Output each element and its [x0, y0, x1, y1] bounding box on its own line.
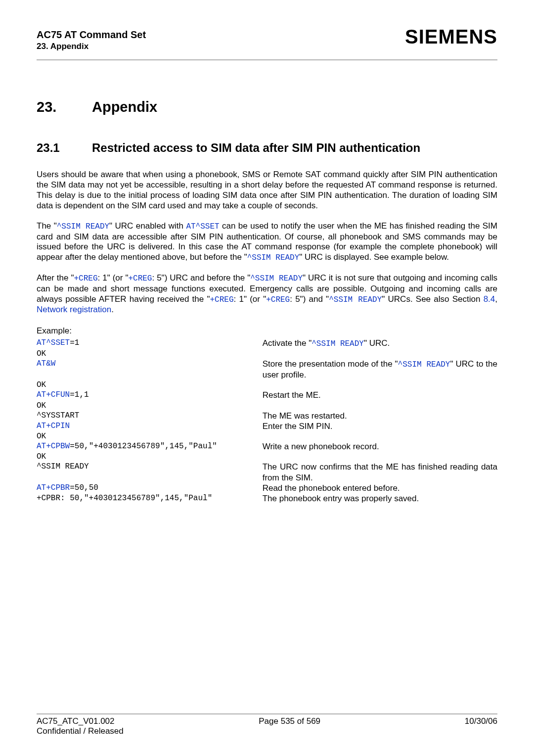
command-text: OK: [37, 452, 46, 461]
doc-title: AC75 AT Command Set: [37, 29, 146, 41]
text: The phonebook entry was properly saved.: [263, 494, 419, 503]
footer-left: AC75_ATC_V01.002: [37, 716, 115, 726]
text: The ME was restarted.: [263, 411, 347, 421]
example-row: AT+CPBR=50,50Read the phonebook entered …: [37, 483, 497, 493]
example-description: The phonebook entry was properly saved.: [263, 493, 497, 504]
at-sset-link[interactable]: AT^SSET: [186, 222, 219, 231]
example-row: OK: [37, 452, 497, 462]
example-command: OK: [37, 431, 263, 441]
ssim-ready-link[interactable]: ^SSIM READY: [398, 360, 450, 369]
command-text: +CPBR: 50,"+4030123456789",145,"Paul": [37, 494, 212, 503]
command-text: =50,"+4030123456789",145,"Paul": [70, 442, 217, 451]
text: : 1" (or ": [234, 294, 267, 304]
example-row: AT+CPINEnter the SIM PIN.: [37, 421, 497, 431]
at-command-link[interactable]: AT^SSET: [37, 338, 70, 347]
text: : 1" (or ": [98, 273, 129, 283]
example-description: Read the phonebook entered before.: [263, 483, 497, 493]
paragraph-3: After the "+CREG: 1" (or "+CREG: 5") URC…: [37, 273, 497, 315]
example-row: AT+CFUN=1,1Restart the ME.: [37, 390, 497, 400]
chapter-heading: 23. Appendix: [37, 99, 497, 115]
example-command: ^SYSSTART: [37, 411, 263, 421]
section-8-4-link[interactable]: 8.4: [484, 294, 495, 304]
creg-link[interactable]: +CREG: [266, 295, 290, 304]
command-text: OK: [37, 349, 46, 358]
at-command-link[interactable]: AT+CPIN: [37, 422, 70, 430]
example-description: [263, 401, 497, 411]
command-text: OK: [37, 432, 46, 441]
section-heading: 23.1 Restricted access to SIM data after…: [37, 141, 497, 155]
siemens-logo: SIEMENS: [405, 26, 497, 48]
doc-subtitle: 23. Appendix: [37, 41, 146, 51]
at-command-link[interactable]: AT+CFUN: [37, 390, 70, 399]
at-command-link[interactable]: AT+CPBW: [37, 442, 70, 451]
footer-divider: [37, 713, 497, 714]
page-footer: AC75_ATC_V01.002 Page 535 of 569 10/30/0…: [37, 713, 497, 736]
example-description: Write a new phonebook record.: [263, 441, 497, 452]
example-description: The ME was restarted.: [263, 411, 497, 421]
example-command: AT&W: [37, 359, 263, 380]
command-text: =1,1: [70, 390, 89, 399]
command-text: ^SYSSTART: [37, 411, 79, 420]
example-row: AT+CPBW=50,"+4030123456789",145,"Paul"Wr…: [37, 441, 497, 452]
example-label: Example:: [37, 326, 497, 336]
network-registration-link[interactable]: Network registration: [37, 305, 111, 314]
text: ,: [495, 294, 497, 304]
creg-link[interactable]: +CREG: [128, 274, 152, 283]
command-text: =50,50: [70, 483, 98, 492]
header-divider: [37, 59, 497, 60]
ssim-ready-link[interactable]: ^SSIM READY: [247, 253, 300, 262]
text: After the ": [37, 273, 74, 283]
example-row: OK: [37, 431, 497, 441]
text: Store the presentation mode of the ": [263, 359, 398, 369]
example-row: +CPBR: 50,"+4030123456789",145,"Paul"The…: [37, 493, 497, 504]
example-description: Restart the ME.: [263, 390, 497, 400]
example-command: +CPBR: 50,"+4030123456789",145,"Paul": [37, 493, 263, 504]
example-command: AT^SSET=1: [37, 338, 263, 349]
example-command: ^SSIM READY: [37, 462, 263, 483]
chapter-number: 23.: [37, 99, 92, 115]
ssim-ready-link[interactable]: ^SSIM READY: [250, 274, 303, 283]
example-description: [263, 349, 497, 359]
footer-center: Page 535 of 569: [259, 716, 320, 726]
creg-link[interactable]: +CREG: [74, 274, 98, 283]
text: : 5") URC and before the ": [152, 273, 250, 283]
example-command: OK: [37, 349, 263, 359]
example-row: OK: [37, 401, 497, 411]
paragraph-2: The "^SSIM READY" URC enabled with AT^SS…: [37, 221, 497, 263]
text: " URC is displayed. See example below.: [299, 252, 449, 262]
text: Write a new phonebook record.: [263, 442, 379, 451]
command-text: OK: [37, 380, 46, 389]
text: .: [111, 305, 114, 314]
example-row: AT^SSET=1Activate the "^SSIM READY" URC.: [37, 338, 497, 349]
footer-confidential: Confidential / Released: [37, 726, 497, 736]
example-command: AT+CPIN: [37, 421, 263, 431]
example-description: [263, 431, 497, 441]
page-header: AC75 AT Command Set 23. Appendix SIEMENS: [37, 29, 497, 51]
example-command: AT+CPBW=50,"+4030123456789",145,"Paul": [37, 441, 263, 452]
ssim-ready-link[interactable]: ^SSIM READY: [57, 222, 109, 231]
example-row: OK: [37, 349, 497, 359]
creg-link[interactable]: +CREG: [210, 295, 233, 304]
at-command-link[interactable]: AT+CPBR: [37, 483, 70, 492]
example-description: [263, 380, 497, 390]
text: " URCs. See also Section: [382, 294, 483, 304]
example-command: AT+CPBR=50,50: [37, 483, 263, 493]
text: The URC now confirms that the ME has fin…: [263, 462, 497, 482]
example-command: AT+CFUN=1,1: [37, 390, 263, 400]
text: Read the phonebook entered before.: [263, 483, 400, 493]
section-number: 23.1: [37, 141, 92, 155]
ssim-ready-link[interactable]: ^SSIM READY: [312, 339, 364, 348]
header-left: AC75 AT Command Set 23. Appendix: [37, 29, 146, 51]
example-description: [263, 452, 497, 462]
ssim-ready-link[interactable]: ^SSIM READY: [329, 295, 382, 304]
example-row: ^SSIM READYThe URC now confirms that the…: [37, 462, 497, 483]
footer-right: 10/30/06: [465, 716, 497, 726]
text: Activate the ": [263, 338, 312, 348]
at-command-link[interactable]: AT&W: [37, 359, 55, 368]
example-row: AT&WStore the presentation mode of the "…: [37, 359, 497, 380]
example-description: Activate the "^SSIM READY" URC.: [263, 338, 497, 349]
text: Restart the ME.: [263, 390, 321, 400]
example-row: ^SYSSTARTThe ME was restarted.: [37, 411, 497, 421]
example-description: Store the presentation mode of the "^SSI…: [263, 359, 497, 380]
paragraph-1: Users should be aware that when using a …: [37, 170, 497, 211]
